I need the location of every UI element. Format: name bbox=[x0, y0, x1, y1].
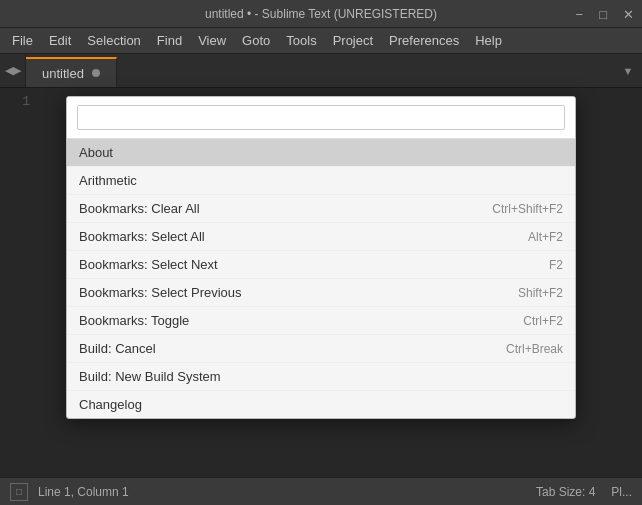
command-label: Arithmetic bbox=[79, 173, 563, 188]
command-label: Changelog bbox=[79, 397, 563, 412]
command-label: Bookmarks: Select All bbox=[79, 229, 508, 244]
command-shortcut: Ctrl+Break bbox=[506, 342, 563, 356]
command-search-box[interactable] bbox=[67, 97, 575, 139]
menu-file[interactable]: File bbox=[4, 31, 41, 50]
status-left: □ Line 1, Column 1 bbox=[10, 483, 129, 501]
command-list[interactable]: AboutArithmeticBookmarks: Clear AllCtrl+… bbox=[67, 139, 575, 418]
command-item[interactable]: Build: New Build System bbox=[67, 363, 575, 391]
close-button[interactable]: ✕ bbox=[619, 4, 638, 23]
cursor-position: Line 1, Column 1 bbox=[38, 485, 129, 499]
menu-help[interactable]: Help bbox=[467, 31, 510, 50]
window-controls[interactable]: − □ ✕ bbox=[572, 4, 638, 23]
tab-size: Tab Size: 4 bbox=[536, 485, 595, 499]
line-numbers: 1 bbox=[0, 88, 40, 115]
tab-bar: ◀▶ untitled ▼ bbox=[0, 54, 642, 88]
editor-area: 1 AboutArithmeticBookmarks: Clear AllCtr… bbox=[0, 88, 642, 477]
tab-dropdown-button[interactable]: ▼ bbox=[614, 54, 642, 88]
command-shortcut: Ctrl+F2 bbox=[523, 314, 563, 328]
menu-goto[interactable]: Goto bbox=[234, 31, 278, 50]
command-item[interactable]: Changelog bbox=[67, 391, 575, 418]
tab-nav-left[interactable]: ◀▶ bbox=[0, 53, 26, 87]
command-shortcut: F2 bbox=[549, 258, 563, 272]
command-label: Build: Cancel bbox=[79, 341, 486, 356]
menu-project[interactable]: Project bbox=[325, 31, 381, 50]
minimize-button[interactable]: − bbox=[572, 4, 588, 23]
menu-tools[interactable]: Tools bbox=[278, 31, 324, 50]
line-number: 1 bbox=[0, 94, 30, 109]
command-item[interactable]: Build: CancelCtrl+Break bbox=[67, 335, 575, 363]
command-palette[interactable]: AboutArithmeticBookmarks: Clear AllCtrl+… bbox=[66, 96, 576, 419]
command-item[interactable]: Bookmarks: Select PreviousShift+F2 bbox=[67, 279, 575, 307]
command-label: Bookmarks: Clear All bbox=[79, 201, 472, 216]
menu-edit[interactable]: Edit bbox=[41, 31, 79, 50]
tab-modified-indicator bbox=[92, 69, 100, 77]
command-label: Build: New Build System bbox=[79, 369, 563, 384]
command-label: Bookmarks: Select Previous bbox=[79, 285, 498, 300]
menu-preferences[interactable]: Preferences bbox=[381, 31, 467, 50]
command-item[interactable]: Arithmetic bbox=[67, 167, 575, 195]
status-right: Tab Size: 4 Pl... bbox=[536, 485, 632, 499]
menu-bar: File Edit Selection Find View Goto Tools… bbox=[0, 28, 642, 54]
tab-label: untitled bbox=[42, 66, 84, 81]
menu-find[interactable]: Find bbox=[149, 31, 190, 50]
status-bar: □ Line 1, Column 1 Tab Size: 4 Pl... bbox=[0, 477, 642, 505]
command-shortcut: Shift+F2 bbox=[518, 286, 563, 300]
command-item[interactable]: Bookmarks: ToggleCtrl+F2 bbox=[67, 307, 575, 335]
command-shortcut: Alt+F2 bbox=[528, 230, 563, 244]
menu-view[interactable]: View bbox=[190, 31, 234, 50]
command-item[interactable]: About bbox=[67, 139, 575, 167]
command-label: About bbox=[79, 145, 563, 160]
command-shortcut: Ctrl+Shift+F2 bbox=[492, 202, 563, 216]
window-title: untitled • - Sublime Text (UNREGISTERED) bbox=[205, 7, 437, 21]
tab-untitled[interactable]: untitled bbox=[26, 57, 117, 87]
command-search-input[interactable] bbox=[77, 105, 565, 130]
status-icon: □ bbox=[10, 483, 28, 501]
title-bar: untitled • - Sublime Text (UNREGISTERED)… bbox=[0, 0, 642, 28]
command-item[interactable]: Bookmarks: Select AllAlt+F2 bbox=[67, 223, 575, 251]
command-item[interactable]: Bookmarks: Clear AllCtrl+Shift+F2 bbox=[67, 195, 575, 223]
command-label: Bookmarks: Select Next bbox=[79, 257, 529, 272]
command-label: Bookmarks: Toggle bbox=[79, 313, 503, 328]
maximize-button[interactable]: □ bbox=[595, 4, 611, 23]
command-item[interactable]: Bookmarks: Select NextF2 bbox=[67, 251, 575, 279]
menu-selection[interactable]: Selection bbox=[79, 31, 148, 50]
encoding: Pl... bbox=[611, 485, 632, 499]
